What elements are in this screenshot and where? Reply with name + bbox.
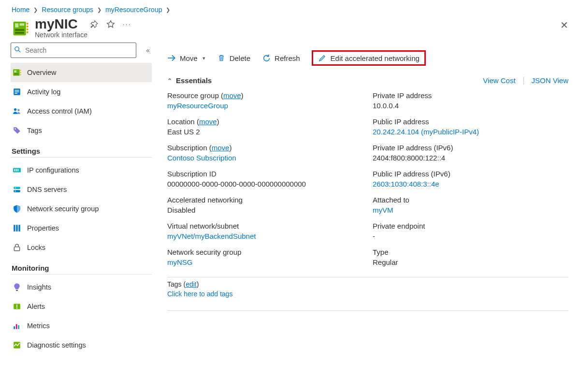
pin-icon[interactable] <box>89 19 99 29</box>
property-value: 2404:f800:8000:122::4 <box>373 154 445 162</box>
nsg-icon <box>13 204 21 213</box>
edit-tags-link[interactable]: edit <box>186 280 197 288</box>
property-value-link[interactable]: myResourceGroup <box>167 102 228 110</box>
property-row: Accelerated networkingDisabled <box>167 194 363 220</box>
breadcrumb-item[interactable]: Resource groups <box>42 6 93 14</box>
nav-item-overview[interactable]: Overview <box>11 63 152 82</box>
property-value: Disabled <box>167 206 195 214</box>
svg-line-10 <box>18 50 20 52</box>
property-value-link[interactable]: 20.242.24.104 (myPublicIP-IPv4) <box>373 128 479 136</box>
search-input-wrapper[interactable] <box>11 43 136 58</box>
view-cost-link[interactable]: View Cost <box>483 76 515 85</box>
nav-item-label: Insights <box>27 283 51 291</box>
property-label: Private IP address <box>373 91 432 100</box>
command-bar: Move ▾ Delete Refresh <box>167 46 568 70</box>
metrics-icon <box>13 321 21 330</box>
property-label: Attached to <box>373 196 409 204</box>
property-value: - <box>373 232 375 240</box>
svg-rect-34 <box>18 225 20 232</box>
nav-item-label: Tags <box>27 127 42 134</box>
nav-item-diagnostic-settings[interactable]: Diagnostic settings <box>11 335 152 355</box>
svg-rect-18 <box>15 90 19 90</box>
nav-item-network-security-group[interactable]: Network security group <box>11 199 152 218</box>
nav-item-ip-configurations[interactable]: IP configurations <box>11 160 152 180</box>
property-row: Location (move)East US 2 <box>167 116 363 142</box>
log-icon <box>13 87 21 96</box>
svg-rect-1 <box>15 23 18 27</box>
property-value: Regular <box>373 258 398 266</box>
property-row: Public IP address (IPv6)2603:1030:408:3:… <box>373 168 568 194</box>
nav-item-metrics[interactable]: Metrics <box>11 316 152 335</box>
nav-item-insights[interactable]: Insights <box>11 277 152 297</box>
add-tags-link[interactable]: Click here to add tags <box>167 290 232 298</box>
tags-icon <box>13 126 21 135</box>
svg-rect-16 <box>20 74 21 75</box>
nav-item-locks[interactable]: Locks <box>11 238 152 257</box>
nic-resource-icon <box>12 19 30 38</box>
edit-accelerated-networking-button[interactable]: Edit accelerated networking <box>318 54 420 62</box>
svg-point-23 <box>14 128 16 130</box>
nav-item-label: IP configurations <box>27 166 79 174</box>
breadcrumb-item[interactable]: Home <box>12 6 29 14</box>
svg-rect-14 <box>20 70 21 71</box>
nic-icon <box>13 68 21 77</box>
svg-rect-38 <box>14 326 15 329</box>
property-value-link[interactable]: myVM <box>373 206 393 214</box>
pencil-icon <box>318 54 327 62</box>
nav-item-activity-log[interactable]: Activity log <box>11 82 152 102</box>
refresh-icon <box>262 54 271 62</box>
nav-item-dns-servers[interactable]: DNS servers <box>11 180 152 199</box>
collapse-nav-icon[interactable]: « <box>144 44 152 56</box>
nav-item-properties[interactable]: Properties <box>11 218 152 238</box>
svg-rect-2 <box>20 23 25 26</box>
svg-rect-7 <box>27 29 29 30</box>
nav-item-alerts[interactable]: Alerts <box>11 297 152 316</box>
property-value-link[interactable]: Contoso Subscription <box>167 154 236 162</box>
tags-label: Tags <box>167 280 182 288</box>
json-view-link[interactable]: JSON View <box>532 76 568 85</box>
nav-item-label: Alerts <box>27 303 45 310</box>
insights-icon <box>13 283 21 291</box>
property-inline-link[interactable]: move <box>212 144 230 152</box>
breadcrumb: Home ❯ Resource groups ❯ myResourceGroup… <box>0 0 580 16</box>
svg-point-30 <box>15 188 16 189</box>
move-button[interactable]: Move ▾ <box>167 54 205 62</box>
property-value-link[interactable]: 2603:1030:408:3::4e <box>373 180 439 188</box>
ipconf-icon <box>13 166 21 174</box>
trash-icon <box>217 54 226 62</box>
property-value-link[interactable]: myNSG <box>167 258 193 266</box>
property-inline-link[interactable]: move <box>223 91 241 100</box>
svg-rect-33 <box>16 225 17 232</box>
more-icon[interactable]: ··· <box>122 19 132 29</box>
refresh-button[interactable]: Refresh <box>262 54 300 62</box>
close-icon[interactable]: ✕ <box>560 19 568 31</box>
property-row: Public IP address20.242.24.104 (myPublic… <box>373 116 568 142</box>
nav-item-access-control-iam-[interactable]: Access control (IAM) <box>11 102 152 121</box>
property-row: Private endpoint- <box>373 220 568 246</box>
svg-rect-15 <box>20 72 21 73</box>
svg-rect-27 <box>17 169 18 172</box>
property-row: Attached tomyVM <box>373 194 568 220</box>
search-input[interactable] <box>24 46 133 55</box>
essentials-toggle-icon[interactable]: ⌃ <box>167 77 172 84</box>
star-icon[interactable] <box>106 19 116 29</box>
breadcrumb-item[interactable]: myResourceGroup <box>105 6 162 14</box>
property-inline-link[interactable]: move <box>199 117 217 126</box>
chevron-right-icon: ❯ <box>165 7 171 13</box>
property-value: 10.0.0.4 <box>373 102 399 110</box>
property-row: Private IP address (IPv6)2404:f800:8000:… <box>373 142 568 168</box>
property-row: Private IP address10.0.0.4 <box>373 89 568 116</box>
svg-point-22 <box>17 109 20 112</box>
property-value-link[interactable]: myVNet/myBackendSubnet <box>167 232 256 240</box>
props-icon <box>13 224 21 232</box>
property-value: East US 2 <box>167 128 200 136</box>
delete-button[interactable]: Delete <box>217 54 250 62</box>
svg-rect-36 <box>16 290 18 291</box>
alerts-icon <box>13 302 21 311</box>
svg-rect-12 <box>14 71 16 73</box>
property-row: TypeRegular <box>373 246 568 272</box>
side-nav: « OverviewActivity logAccess control (IA… <box>0 43 160 355</box>
nav-item-label: Metrics <box>27 322 50 330</box>
nav-item-tags[interactable]: Tags <box>11 121 152 140</box>
svg-point-31 <box>15 190 16 191</box>
